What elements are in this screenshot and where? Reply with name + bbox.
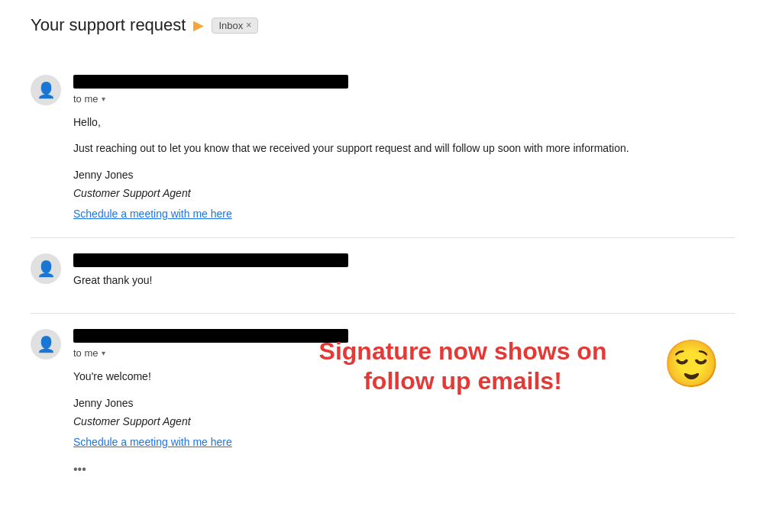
annotation-emoji: 😌 bbox=[663, 337, 720, 391]
inbox-badge: Inbox × bbox=[212, 18, 258, 34]
email-thread: 👤 to me ▾ Hello, Just reaching out to le… bbox=[31, 60, 735, 495]
avatar-3: 👤 bbox=[31, 329, 61, 360]
email-greeting-1: Hello, bbox=[73, 114, 735, 131]
to-me-dropdown-1[interactable]: ▾ bbox=[102, 95, 105, 103]
three-dots[interactable]: ••• bbox=[73, 459, 735, 479]
email-message-2: Great thank you! bbox=[73, 272, 735, 289]
avatar-1: 👤 bbox=[31, 75, 61, 105]
email-content-3: to me ▾ You're welcome! Jenny Jones Cust… bbox=[73, 329, 735, 479]
page-title: Your support request bbox=[31, 15, 186, 35]
inbox-close-button[interactable]: × bbox=[246, 20, 251, 31]
email-body-1: Hello, Just reaching out to let you know… bbox=[73, 114, 735, 222]
email-item-3: 👤 to me ▾ You're welcome! Jenny Jones Cu… bbox=[31, 314, 735, 494]
email-message-1: Just reaching out to let you know that w… bbox=[73, 140, 735, 156]
signature-name-1: Jenny Jones bbox=[73, 166, 735, 183]
to-me-label-1: to me bbox=[73, 93, 99, 105]
signature-link-3[interactable]: Schedule a meeting with me here bbox=[73, 436, 232, 448]
signature-name-3: Jenny Jones bbox=[73, 395, 735, 411]
email-body-2: Great thank you! bbox=[73, 272, 735, 289]
signature-title-3: Customer Support Agent bbox=[73, 413, 735, 430]
to-me-label-3: to me bbox=[73, 347, 99, 359]
annotation-text: Signature now shows on follow up emails! bbox=[302, 337, 623, 395]
signature-title-1: Customer Support Agent bbox=[73, 185, 735, 202]
person-icon-2: 👤 bbox=[37, 260, 56, 278]
arrow-icon: ▶ bbox=[193, 17, 204, 34]
avatar-2: 👤 bbox=[31, 253, 61, 284]
person-icon-3: 👤 bbox=[37, 335, 56, 353]
sender-bar-2 bbox=[73, 253, 348, 267]
sender-bar-1 bbox=[73, 75, 348, 89]
email-item-2: 👤 Great thank you! bbox=[31, 238, 735, 314]
email-item-1: 👤 to me ▾ Hello, Just reaching out to le… bbox=[31, 60, 735, 238]
email-content-2: Great thank you! bbox=[73, 253, 735, 298]
person-icon-1: 👤 bbox=[37, 81, 56, 99]
email-content-1: to me ▾ Hello, Just reaching out to let … bbox=[73, 75, 735, 222]
to-me-dropdown-3[interactable]: ▾ bbox=[102, 349, 105, 357]
signature-link-1[interactable]: Schedule a meeting with me here bbox=[73, 208, 232, 220]
email-to-me-1: to me ▾ bbox=[73, 93, 735, 105]
email-thread-header: Your support request ▶ Inbox × bbox=[31, 15, 735, 41]
inbox-label: Inbox bbox=[218, 20, 243, 31]
